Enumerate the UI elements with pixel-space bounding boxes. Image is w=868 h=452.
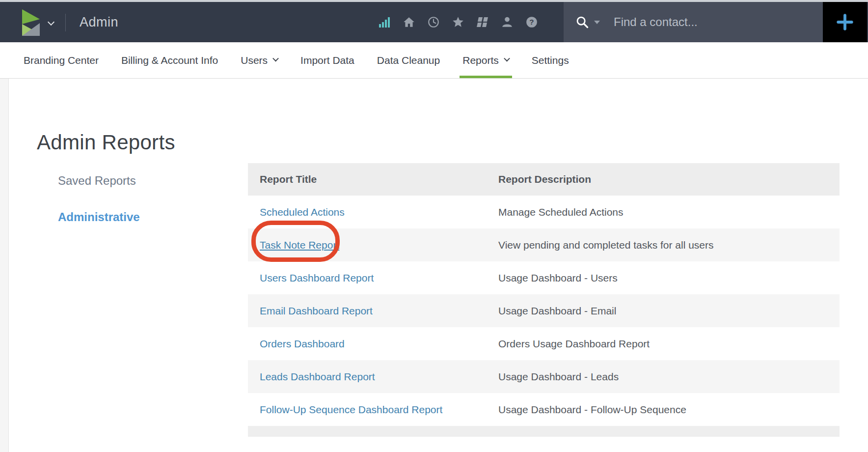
search-icon[interactable] <box>575 15 589 29</box>
admin-reports-table: Report Title Report Description Schedule… <box>248 163 840 437</box>
search-scope-caret-icon[interactable] <box>594 21 600 24</box>
page-left-gutter <box>0 79 9 452</box>
nav-item-label: Import Data <box>300 55 354 66</box>
nav-item-reports[interactable]: Reports <box>462 42 509 78</box>
table-header-row: Report Title Report Description <box>248 163 840 196</box>
nav-item-import-data[interactable]: Import Data <box>300 42 354 78</box>
table-row: Leads Dashboard ReportUsage Dashboard - … <box>248 360 840 393</box>
secondary-nav: Branding CenterBilling & Account InfoUse… <box>0 42 868 79</box>
top-app-bar: Admin <box>0 2 868 42</box>
table-row: Follow-Up Sequence Dashboard ReportUsage… <box>248 393 840 426</box>
nav-item-label: Settings <box>532 55 569 66</box>
page-title: Admin Reports <box>37 131 175 154</box>
report-link[interactable]: Scheduled Actions <box>260 196 345 228</box>
apps-grid-icon[interactable] <box>470 16 495 28</box>
chevron-down-icon <box>504 56 510 62</box>
table-row: Email Dashboard ReportUsage Dashboard - … <box>248 294 840 327</box>
chevron-down-icon <box>272 56 279 62</box>
sidebar-item-administrative[interactable]: Administrative <box>58 210 140 224</box>
star-icon[interactable] <box>446 16 470 28</box>
report-description: Usage Dashboard - Leads <box>498 360 619 393</box>
user-icon[interactable] <box>495 16 519 28</box>
svg-text:?: ? <box>529 18 534 26</box>
plus-icon <box>836 13 854 31</box>
bar-chart-icon[interactable] <box>372 16 397 28</box>
topbar-divider <box>65 14 66 31</box>
nav-item-data-cleanup[interactable]: Data Cleanup <box>377 42 440 78</box>
clock-icon[interactable] <box>421 16 446 28</box>
report-description: Usage Dashboard - Email <box>498 294 616 327</box>
nav-item-branding-center[interactable]: Branding Center <box>24 42 99 78</box>
nav-item-label: Data Cleanup <box>377 55 440 66</box>
active-tab-underline <box>460 76 512 78</box>
contact-search-input[interactable] <box>613 15 799 29</box>
nav-item-billing-account-info[interactable]: Billing & Account Info <box>121 42 218 78</box>
nav-item-label: Users <box>241 55 268 66</box>
app-switcher-chevron-icon[interactable] <box>48 19 54 26</box>
home-icon[interactable] <box>397 16 421 28</box>
infusionsoft-logo-icon[interactable] <box>22 9 41 36</box>
report-description: Usage Dashboard - Users <box>498 261 618 294</box>
help-icon[interactable]: ? <box>519 16 544 28</box>
nav-item-users[interactable]: Users <box>241 42 278 78</box>
report-link[interactable]: Leads Dashboard Report <box>260 360 375 393</box>
nav-item-settings[interactable]: Settings <box>532 42 569 78</box>
quick-add-button[interactable] <box>823 2 867 42</box>
nav-item-label: Branding Center <box>24 55 99 66</box>
app-title: Admin <box>80 2 118 42</box>
nav-item-label: Reports <box>462 55 499 66</box>
report-link[interactable]: Task Note Report <box>260 228 339 261</box>
report-description: Usage Dashboard - Follow-Up Sequence <box>498 393 686 426</box>
topbar-icon-row: ? <box>372 2 544 42</box>
sidebar-item-saved-reports[interactable]: Saved Reports <box>58 174 136 188</box>
table-footer-strip <box>248 426 840 437</box>
report-description: View pending and completed tasks for all… <box>498 228 714 261</box>
table-row: Users Dashboard ReportUsage Dashboard - … <box>248 261 840 294</box>
admin-reports-screen: Admin <box>0 0 868 452</box>
reports-table-body: Scheduled ActionsManage Scheduled Action… <box>248 196 840 426</box>
report-link[interactable]: Orders Dashboard <box>260 327 345 360</box>
report-link[interactable]: Follow-Up Sequence Dashboard Report <box>260 393 442 426</box>
table-row: Orders DashboardOrders Usage Dashboard R… <box>248 327 840 360</box>
report-description: Manage Scheduled Actions <box>498 196 624 228</box>
table-row: Task Note ReportView pending and complet… <box>248 228 840 261</box>
table-row: Scheduled ActionsManage Scheduled Action… <box>248 196 840 228</box>
nav-item-label: Billing & Account Info <box>121 55 218 66</box>
contact-search-zone[interactable] <box>564 2 823 42</box>
report-description: Orders Usage Dashboard Report <box>498 327 650 360</box>
column-header-report-description: Report Description <box>498 163 591 196</box>
column-header-report-title: Report Title <box>260 163 317 196</box>
report-link[interactable]: Users Dashboard Report <box>260 261 374 294</box>
report-link[interactable]: Email Dashboard Report <box>260 294 373 327</box>
